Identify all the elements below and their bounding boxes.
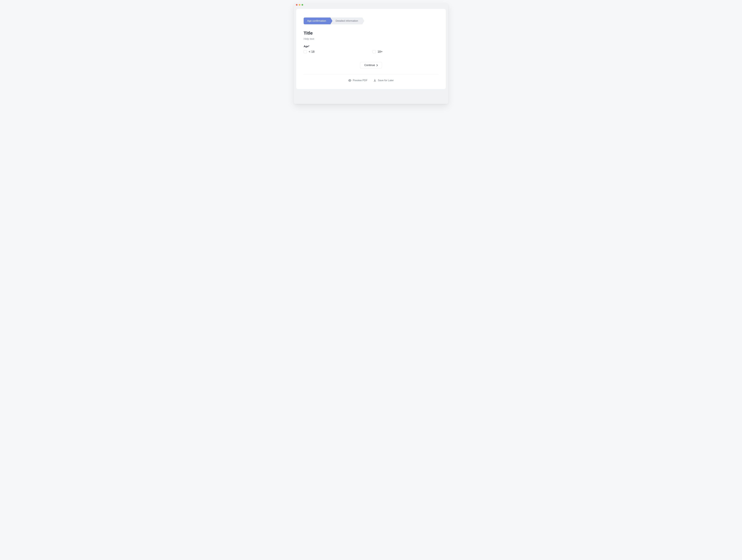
field-label-age: Age* [304, 45, 438, 48]
age-options: < 18 18+ [304, 50, 438, 53]
page-title: Title [304, 31, 438, 36]
download-icon [373, 79, 376, 82]
step-label: Age confirmation [307, 19, 326, 22]
save-for-later-link[interactable]: Save for Later [373, 79, 394, 82]
checkbox[interactable] [372, 50, 376, 53]
maximize-icon[interactable] [302, 4, 303, 6]
continue-button[interactable]: Continue [360, 62, 382, 68]
help-text: Help text [304, 38, 438, 41]
close-icon[interactable] [296, 4, 298, 6]
continue-label: Continue [364, 64, 375, 67]
footer-actions: Preview PDF Save for Later [304, 79, 438, 82]
app-window: Age confirmation Detailed information Ti… [294, 3, 448, 104]
stepper: Age confirmation Detailed information [304, 17, 438, 24]
svg-point-0 [350, 80, 350, 81]
checkbox[interactable] [304, 50, 307, 53]
option-under-18[interactable]: < 18 [304, 50, 370, 53]
form-card: Age confirmation Detailed information Ti… [296, 9, 446, 89]
step-age-confirmation[interactable]: Age confirmation [304, 17, 330, 24]
preview-pdf-label: Preview PDF [353, 79, 367, 82]
step-detailed-information[interactable]: Detailed information [330, 17, 362, 24]
chevron-right-icon [376, 64, 378, 66]
minimize-icon[interactable] [299, 4, 300, 6]
save-for-later-label: Save for Later [378, 79, 394, 82]
step-label: Detailed information [336, 19, 358, 22]
preview-pdf-link[interactable]: Preview PDF [348, 79, 367, 82]
option-label: 18+ [377, 50, 383, 53]
window-titlebar [294, 3, 448, 6]
chevron-right-icon [330, 17, 332, 24]
chevron-right-icon [362, 17, 364, 24]
option-label: < 18 [309, 50, 314, 53]
option-18-plus[interactable]: 18+ [372, 50, 438, 53]
continue-wrap: Continue [304, 62, 438, 68]
eye-icon [348, 79, 351, 82]
